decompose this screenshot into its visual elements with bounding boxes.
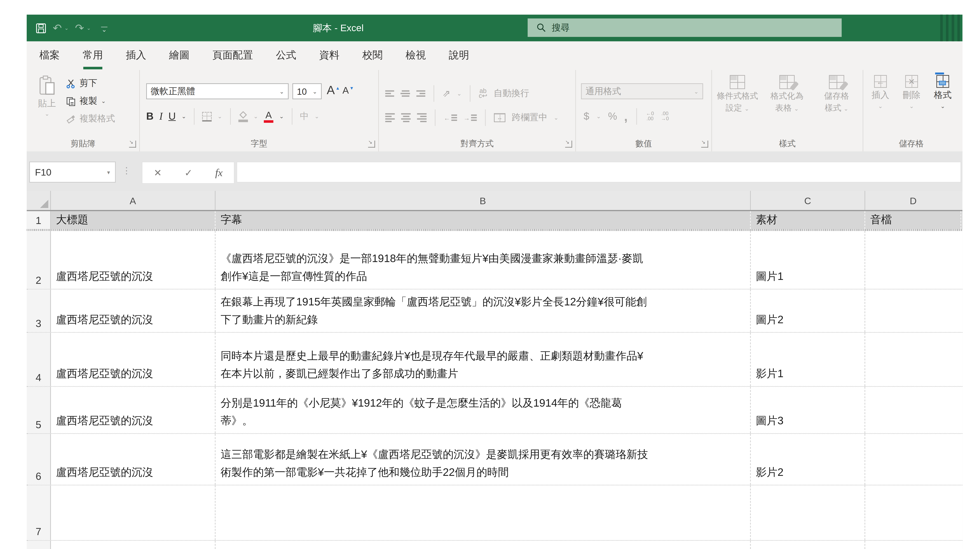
tab-9[interactable]: 說明 <box>449 46 469 65</box>
cell-c4[interactable]: 影片1 <box>751 333 865 386</box>
align-left-icon[interactable] <box>385 113 395 122</box>
cell-c1[interactable]: 素材 <box>751 211 865 229</box>
column-header-d[interactable]: D <box>865 191 961 210</box>
comma-style-button[interactable]: , <box>624 109 628 124</box>
cancel-button[interactable]: ✕ <box>154 167 162 178</box>
format-caret-icon[interactable]: ⌄ <box>940 103 945 109</box>
cell-d6[interactable] <box>865 434 961 485</box>
align-top-icon[interactable] <box>385 90 394 97</box>
orientation-caret-icon[interactable]: ⌄ <box>457 90 461 97</box>
phonetic-guide-button[interactable]: 中 <box>300 111 309 122</box>
formula-bar-splitter[interactable]: ⋮ <box>122 165 131 176</box>
row-number[interactable]: 4 <box>27 333 51 386</box>
font-dialog-launcher[interactable]: ↘ <box>368 140 375 148</box>
increase-decimal-icon[interactable]: ←0 .00 <box>646 112 654 121</box>
cell-a4[interactable]: 盧西塔尼亞號的沉沒 <box>51 333 215 386</box>
cell-d2[interactable] <box>865 231 961 289</box>
customize-qat-icon[interactable]: —⌄ <box>101 25 107 31</box>
cell-d7[interactable] <box>865 485 961 540</box>
cell-a6[interactable]: 盧西塔尼亞號的沉沒 <box>51 434 215 485</box>
font-size-combo[interactable]: 10 ⌄ <box>293 83 321 99</box>
font-color-button[interactable]: A <box>264 110 274 123</box>
cell-d5[interactable] <box>865 387 961 433</box>
name-box[interactable]: F10 ▾ <box>29 162 116 183</box>
row-number[interactable] <box>27 541 51 549</box>
undo-caret-icon[interactable]: ⌄ <box>64 25 68 31</box>
orientation-icon[interactable]: ⇗ <box>442 88 450 99</box>
insert-caret-icon[interactable]: ⌄ <box>878 103 883 109</box>
column-header-a[interactable]: A <box>51 191 215 210</box>
decrease-indent-icon[interactable]: ← <box>444 114 457 121</box>
row-number[interactable]: 7 <box>27 485 51 540</box>
cell-a8[interactable] <box>51 541 215 549</box>
cell-b3[interactable]: 在銀幕上再現了1915年英國皇家郵輪「盧西塔尼亞號」的沉沒¥影片全長12分鐘¥很… <box>216 289 751 332</box>
paste-caret-icon[interactable]: ⌄ <box>45 111 49 117</box>
borders-icon[interactable] <box>202 112 212 121</box>
cell-c2[interactable]: 圖片1 <box>751 231 865 289</box>
cell-c8[interactable] <box>751 541 865 549</box>
cell-d3[interactable] <box>865 289 961 332</box>
tab-0[interactable]: 檔案 <box>40 46 60 65</box>
font-color-caret-icon[interactable]: ⌄ <box>279 113 284 120</box>
cell-b1[interactable]: 字幕 <box>216 211 751 229</box>
fill-color-button[interactable] <box>238 111 248 122</box>
number-format-combo[interactable]: 通用格式 ⌄ <box>581 83 703 99</box>
shrink-font-button[interactable]: A▼ <box>342 83 349 97</box>
tab-2[interactable]: 插入 <box>126 46 146 65</box>
tab-1[interactable]: 常用 <box>83 46 103 65</box>
insert-cells-button[interactable]: ← 插入 ⌄ <box>866 75 895 109</box>
align-right-icon[interactable] <box>417 113 427 122</box>
align-middle-icon[interactable] <box>401 90 410 97</box>
decrease-decimal-icon[interactable]: .00 →0 <box>661 112 669 121</box>
cell-a3[interactable]: 盧西塔尼亞號的沉沒 <box>51 289 215 332</box>
tab-3[interactable]: 繪圖 <box>169 46 189 65</box>
tab-5[interactable]: 公式 <box>276 46 296 65</box>
name-box-caret-icon[interactable]: ▾ <box>107 169 110 175</box>
cell-c5[interactable]: 圖片3 <box>751 387 865 433</box>
align-bottom-icon[interactable] <box>416 90 425 97</box>
row-number[interactable]: 5 <box>27 387 51 433</box>
font-name-combo[interactable]: 微軟正黑體 ⌄ <box>146 83 289 99</box>
select-all-corner[interactable] <box>27 191 51 210</box>
tab-6[interactable]: 資料 <box>319 46 339 65</box>
column-header-b[interactable]: B <box>216 191 751 210</box>
cell-b4[interactable]: 同時本片還是歷史上最早的動畫紀錄片¥也是現存年代最早的嚴肅、正劇類題材動畫作品¥… <box>216 333 751 386</box>
cell-a7[interactable] <box>51 485 215 540</box>
percent-button[interactable]: % <box>608 111 617 122</box>
underline-caret-icon[interactable]: ⌄ <box>181 113 186 120</box>
tab-4[interactable]: 頁面配置 <box>212 46 253 65</box>
format-as-table-button[interactable]: 格式化為 表格 ⌄ <box>763 75 811 114</box>
cell-a1[interactable]: 大標題 <box>51 211 215 229</box>
wrap-text-button[interactable]: 自動換行 <box>494 88 530 99</box>
italic-button[interactable]: I <box>159 111 163 122</box>
cell-c6[interactable]: 影片2 <box>751 434 865 485</box>
row-number[interactable]: 3 <box>27 289 51 332</box>
phonetic-caret-icon[interactable]: ⌄ <box>314 113 319 120</box>
cell-b7[interactable] <box>216 485 751 540</box>
column-header-c[interactable]: C <box>751 191 865 210</box>
copy-button[interactable]: 複製 ⌄ <box>66 96 115 107</box>
bold-button[interactable]: B <box>146 111 154 122</box>
cell-a5[interactable]: 盧西塔尼亞號的沉沒 <box>51 387 215 433</box>
delete-caret-icon[interactable]: ⌄ <box>909 103 914 109</box>
copy-caret-icon[interactable]: ⌄ <box>101 98 106 104</box>
format-cells-button[interactable]: 格式 ⌄ <box>928 75 957 109</box>
search-box[interactable]: 搜尋 <box>528 18 842 37</box>
cell-d1[interactable]: 音檔 <box>865 211 961 229</box>
number-dialog-launcher[interactable]: ↘ <box>701 140 708 148</box>
formula-input[interactable] <box>237 162 961 183</box>
cell-b2[interactable]: 《盧西塔尼亞號的沉沒》是一部1918年的無聲動畫短片¥由美國漫畫家兼動畫師溫瑟·… <box>216 231 751 289</box>
cell-styles-button[interactable]: 儲存格 樣式 ⌄ <box>813 75 861 114</box>
redo-caret-icon[interactable]: ⌄ <box>87 25 91 31</box>
cell-c3[interactable]: 圖片2 <box>751 289 865 332</box>
cell-b6[interactable]: 這三部電影都是繪製在米紙上¥《盧西塔尼亞號的沉沒》是麥凱採用更有效率的賽璐珞新技… <box>216 434 751 485</box>
borders-caret-icon[interactable]: ⌄ <box>217 113 222 120</box>
cell-c7[interactable] <box>751 485 865 540</box>
merge-caret-icon[interactable]: ⌄ <box>554 115 558 121</box>
enter-button[interactable]: ✓ <box>185 167 192 178</box>
delete-cells-button[interactable]: ✕ 刪除 ⌄ <box>897 75 926 109</box>
tab-8[interactable]: 檢視 <box>406 46 426 65</box>
clipboard-dialog-launcher[interactable]: ↘ <box>129 140 136 148</box>
underline-button[interactable]: U <box>169 111 176 122</box>
cell-d8[interactable] <box>865 541 961 549</box>
